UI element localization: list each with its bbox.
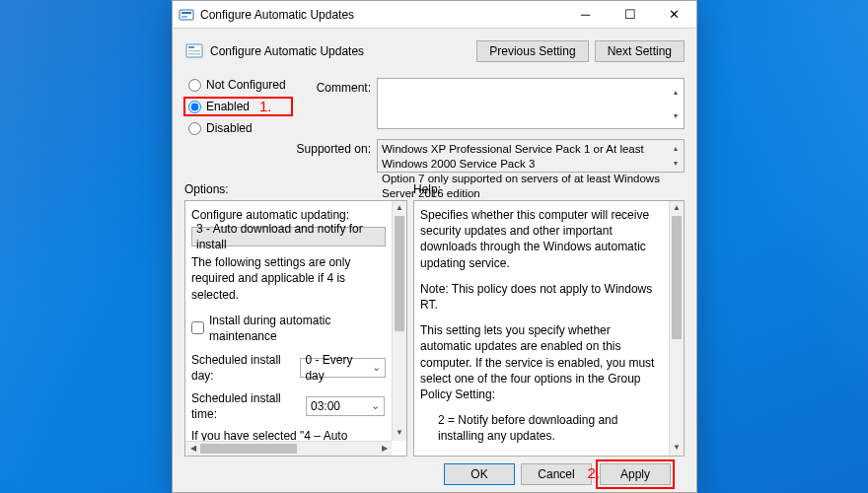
scroll-track[interactable] [670, 216, 684, 441]
supported-row: Supported on: Windows XP Professional Se… [296, 139, 685, 173]
scroll-down-icon[interactable]: ▼ [393, 426, 406, 441]
scroll-down-icon[interactable]: ▼ [670, 441, 684, 456]
policy-icon [184, 41, 204, 61]
maximize-button[interactable]: ☐ [608, 1, 652, 29]
help-p3: This setting lets you specify whether au… [420, 322, 663, 402]
ok-button[interactable]: OK [444, 463, 515, 485]
field-column: Comment: ▲▼ Supported on: Windows XP Pro… [296, 78, 685, 173]
options-label: Options: [184, 182, 413, 196]
header-title: Configure Automatic Updates [210, 44, 364, 58]
scroll-right-icon[interactable]: ▶ [377, 442, 392, 456]
state-and-fields: Not Configured Enabled 1. Disabled Comme… [184, 78, 685, 173]
radio-disabled[interactable]: Disabled [188, 121, 288, 135]
cancel-button[interactable]: Cancel [521, 463, 592, 485]
help-vscrollbar[interactable]: ▲ ▼ [669, 201, 684, 456]
combo-value: 3 - Auto download and notify for install [196, 221, 381, 252]
help-p2: Note: This policy does not apply to Wind… [420, 281, 663, 313]
comment-scrollbar[interactable]: ▲▼ [669, 80, 683, 127]
scheduled-time-combo[interactable]: 03:00 [306, 396, 385, 416]
install-maintenance-checkbox[interactable]: Install during automatic maintenance [191, 313, 386, 344]
gpo-icon [179, 7, 194, 23]
combo-value: 03:00 [311, 398, 340, 414]
radio-label: Not Configured [206, 78, 286, 92]
scroll-track[interactable] [200, 442, 377, 456]
apply-highlight: Apply [596, 459, 675, 489]
help-pane-content: Specifies whether this computer will rec… [414, 201, 669, 456]
options-hscrollbar[interactable]: ◀ ▶ [185, 441, 392, 456]
radio-label: Disabled [206, 121, 253, 135]
radio-enabled[interactable]: Enabled [183, 97, 293, 116]
combo-value: 0 - Every day [305, 352, 369, 384]
comment-label: Comment: [296, 78, 371, 129]
scheduled-day-combo[interactable]: 0 - Every day [300, 358, 386, 378]
options-para-4: If you have selected "4 – Auto download … [191, 428, 386, 441]
scheduled-time-label: Scheduled install time: [191, 390, 300, 422]
options-pane: Configure automatic updating: 3 - Auto d… [184, 200, 407, 457]
scheduled-day-row: Scheduled install day: 0 - Every day [191, 352, 386, 384]
scroll-left-icon[interactable]: ◀ [185, 442, 200, 456]
window-title: Configure Automatic Updates [200, 8, 354, 22]
install-maintenance-input[interactable] [191, 321, 204, 334]
options-note: The following settings are only required… [191, 254, 386, 303]
svg-rect-6 [188, 53, 200, 55]
svg-rect-4 [188, 46, 194, 48]
options-pane-content: Configure automatic updating: 3 - Auto d… [185, 201, 392, 441]
supported-label: Supported on: [296, 139, 371, 173]
options-vscrollbar[interactable]: ▲ ▼ [392, 201, 406, 441]
help-pane: Specifies whether this computer will rec… [413, 200, 685, 457]
scroll-track[interactable] [393, 216, 406, 426]
dialog-footer: OK Cancel 2. Apply [184, 457, 685, 492]
radio-not-configured-input[interactable] [188, 79, 201, 92]
header-row: Configure Automatic Updates Previous Set… [184, 36, 685, 66]
apply-button[interactable]: Apply [600, 463, 671, 485]
supported-line-1: Windows XP Professional Service Pack 1 o… [382, 143, 644, 170]
minimize-button[interactable]: ─ [563, 1, 608, 29]
comment-textarea[interactable]: ▲▼ [377, 78, 685, 129]
supported-text: Windows XP Professional Service Pack 1 o… [377, 139, 685, 173]
comment-row: Comment: ▲▼ [296, 78, 685, 129]
svg-rect-5 [188, 50, 200, 52]
scroll-thumb[interactable] [395, 216, 404, 331]
scroll-thumb[interactable] [200, 444, 297, 454]
close-button[interactable]: ✕ [652, 1, 696, 29]
radio-label: Enabled [206, 100, 250, 113]
help-p5: When Windows finds updates that apply to… [420, 454, 663, 456]
svg-rect-0 [180, 10, 193, 20]
dialog-window: Configure Automatic Updates ─ ☐ ✕ Config… [172, 0, 697, 493]
panes: Configure automatic updating: 3 - Auto d… [184, 200, 685, 457]
scheduled-time-row: Scheduled install time: 03:00 [191, 390, 386, 422]
annotation-2: 2. [587, 464, 600, 481]
annotation-1: 1. [259, 98, 272, 114]
help-p4: 2 = Notify before downloading and instal… [420, 412, 663, 444]
radio-disabled-input[interactable] [188, 122, 201, 135]
next-setting-button[interactable]: Next Setting [595, 40, 685, 62]
dialog-content: Configure Automatic Updates Previous Set… [173, 29, 696, 492]
radio-enabled-input[interactable] [188, 101, 201, 113]
svg-rect-1 [181, 12, 191, 14]
scroll-up-icon[interactable]: ▲ [393, 201, 406, 216]
previous-setting-button[interactable]: Previous Setting [476, 40, 588, 62]
help-p1: Specifies whether this computer will rec… [420, 207, 663, 271]
supported-scrollbar[interactable]: ▲▼ [669, 141, 683, 171]
checkbox-label: Install during automatic maintenance [209, 313, 386, 344]
radio-not-configured[interactable]: Not Configured [188, 78, 288, 92]
svg-rect-2 [181, 16, 187, 18]
scroll-up-icon[interactable]: ▲ [670, 201, 684, 216]
scroll-thumb[interactable] [672, 216, 682, 339]
state-radio-group: Not Configured Enabled 1. Disabled [184, 78, 288, 173]
configure-updating-combo[interactable]: 3 - Auto download and notify for install [191, 227, 386, 246]
titlebar[interactable]: Configure Automatic Updates ─ ☐ ✕ [173, 1, 696, 29]
scheduled-day-label: Scheduled install day: [191, 352, 294, 384]
